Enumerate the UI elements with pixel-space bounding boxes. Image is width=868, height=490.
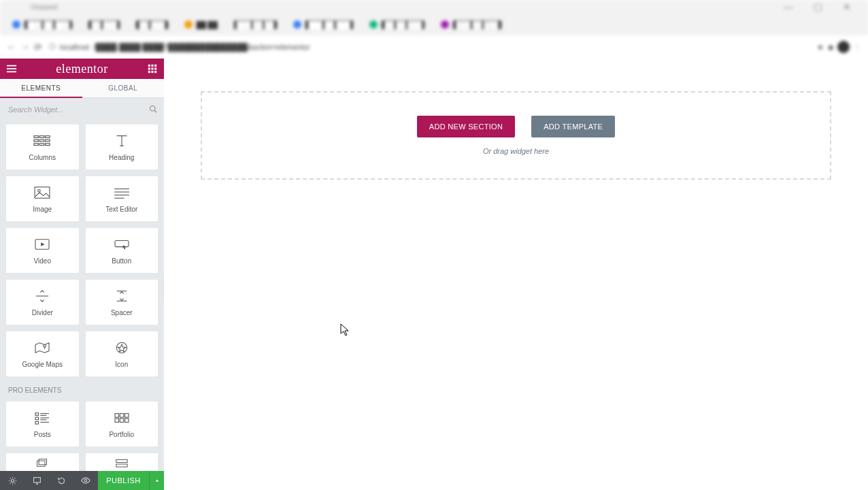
search-icon[interactable] — [149, 105, 157, 115]
svg-rect-56 — [124, 418, 128, 421]
preview-button[interactable] — [73, 471, 98, 490]
widget-columns[interactable]: Columns — [5, 124, 80, 170]
window-maximize-icon[interactable]: ▢ — [814, 1, 822, 12]
widget-label: Columns — [29, 154, 56, 161]
svg-rect-0 — [7, 65, 16, 67]
add-template-button[interactable]: ADD TEMPLATE — [531, 116, 615, 137]
svg-marker-35 — [122, 244, 126, 248]
widget-text-editor[interactable]: Text Editor — [85, 176, 159, 222]
widget-label: Google Maps — [22, 361, 63, 368]
widget-label: Video — [34, 257, 51, 265]
window-minimize-icon[interactable]: — — [784, 1, 793, 12]
widget-button[interactable]: Button — [85, 227, 159, 274]
svg-rect-17 — [34, 140, 39, 142]
widget-heading[interactable]: Heading — [85, 124, 159, 170]
settings-button[interactable] — [0, 471, 24, 490]
svg-line-13 — [154, 110, 156, 112]
widget-image[interactable]: Image — [5, 176, 80, 222]
bookmark-icon[interactable]: ★ — [817, 43, 824, 52]
search-input[interactable] — [7, 105, 149, 114]
svg-rect-22 — [46, 143, 50, 145]
svg-point-12 — [150, 105, 156, 111]
svg-point-39 — [44, 344, 46, 347]
svg-rect-57 — [37, 461, 45, 466]
widget-partial[interactable] — [5, 453, 80, 471]
tab-elements[interactable]: ELEMENTS — [0, 79, 82, 98]
video-icon — [33, 237, 51, 252]
svg-rect-60 — [116, 464, 127, 467]
svg-rect-59 — [116, 459, 127, 462]
svg-rect-5 — [154, 65, 156, 67]
sidebar-tabs: ELEMENTS GLOBAL — [0, 79, 164, 98]
editor-canvas[interactable]: ADD NEW SECTION ADD TEMPLATE Or drag wid… — [164, 59, 868, 490]
svg-rect-15 — [40, 135, 45, 137]
widget-posts[interactable]: Posts — [5, 401, 80, 447]
widget-divider[interactable]: Divider — [5, 279, 80, 325]
widget-label: Spacer — [111, 309, 133, 316]
svg-rect-9 — [148, 71, 150, 73]
button-icon — [113, 237, 131, 252]
svg-rect-34 — [115, 240, 129, 246]
widget-label: Button — [112, 257, 131, 265]
svg-rect-26 — [35, 186, 50, 197]
browser-menu-icon[interactable]: ⋮ — [854, 43, 861, 52]
svg-rect-52 — [120, 413, 123, 416]
widget-portfolio[interactable]: Portfolio — [85, 401, 159, 447]
svg-rect-2 — [7, 71, 16, 73]
browser-tabstrip[interactable]: ███ ██ ███ ██ ███ ██ ███ ██ ██ ███ ██ ██… — [0, 14, 868, 35]
heading-icon — [113, 133, 131, 148]
sidebar-footer: PUBLISH — [0, 471, 164, 490]
svg-marker-42 — [118, 344, 126, 351]
spacer-icon — [113, 289, 131, 304]
elementor-editor: elementor ELEMENTS GLOBAL — [0, 59, 868, 490]
widget-icon[interactable]: Icon — [85, 331, 159, 377]
menu-icon[interactable] — [5, 63, 18, 75]
new-section-dropzone[interactable]: ADD NEW SECTION ADD TEMPLATE Or drag wid… — [201, 91, 831, 180]
widget-spacer[interactable]: Spacer — [85, 279, 159, 325]
widget-label: Posts — [34, 431, 51, 438]
widget-partial[interactable] — [85, 453, 159, 471]
editor-sidebar: elementor ELEMENTS GLOBAL — [0, 59, 164, 490]
add-new-section-button[interactable]: ADD NEW SECTION — [417, 116, 515, 137]
nav-back-icon[interactable]: ← — [7, 42, 16, 52]
form-icon — [113, 457, 131, 471]
svg-rect-18 — [40, 140, 45, 142]
publish-button[interactable]: PUBLISH — [98, 471, 149, 490]
svg-rect-3 — [148, 65, 150, 67]
svg-rect-49 — [35, 421, 39, 424]
window-title: Unsaved — [31, 3, 57, 11]
svg-rect-10 — [151, 71, 153, 73]
responsive-button[interactable] — [24, 471, 49, 490]
widget-label: Icon — [115, 361, 128, 368]
profile-avatar[interactable] — [837, 41, 850, 53]
widget-google-maps[interactable]: Google Maps — [5, 331, 80, 377]
window-close-icon[interactable]: ✕ — [843, 1, 851, 12]
widgets-panel-icon[interactable] — [146, 63, 158, 75]
widget-label: Divider — [32, 309, 53, 316]
svg-marker-33 — [41, 242, 44, 246]
text-editor-icon — [113, 185, 131, 200]
elementor-logo: elementor — [56, 63, 107, 75]
svg-rect-58 — [39, 459, 46, 465]
widget-list[interactable]: Columns Heading — [0, 121, 164, 471]
svg-rect-6 — [148, 67, 150, 69]
columns-icon — [33, 133, 51, 148]
gallery-icon — [33, 457, 51, 471]
svg-point-65 — [84, 479, 87, 482]
widget-label: Image — [33, 206, 52, 213]
widget-search-row — [0, 98, 164, 121]
svg-rect-16 — [46, 135, 50, 137]
svg-rect-21 — [40, 143, 45, 145]
history-button[interactable] — [49, 471, 73, 490]
nav-reload-icon[interactable]: ⟳ — [34, 42, 42, 52]
tab-global[interactable]: GLOBAL — [82, 79, 165, 97]
svg-rect-62 — [33, 477, 40, 482]
drag-hint-text: Or drag widget here — [483, 147, 549, 155]
widget-video[interactable]: Video — [5, 227, 80, 274]
publish-options-button[interactable] — [149, 471, 164, 490]
ext-icon[interactable]: ◆ — [828, 43, 833, 52]
nav-forward-icon[interactable]: → — [20, 42, 30, 52]
browser-address-bar[interactable]: ← → ⟳ ⓘ localhost /████-████/████?██████… — [0, 35, 868, 59]
svg-rect-51 — [115, 413, 118, 416]
star-icon — [113, 340, 131, 355]
